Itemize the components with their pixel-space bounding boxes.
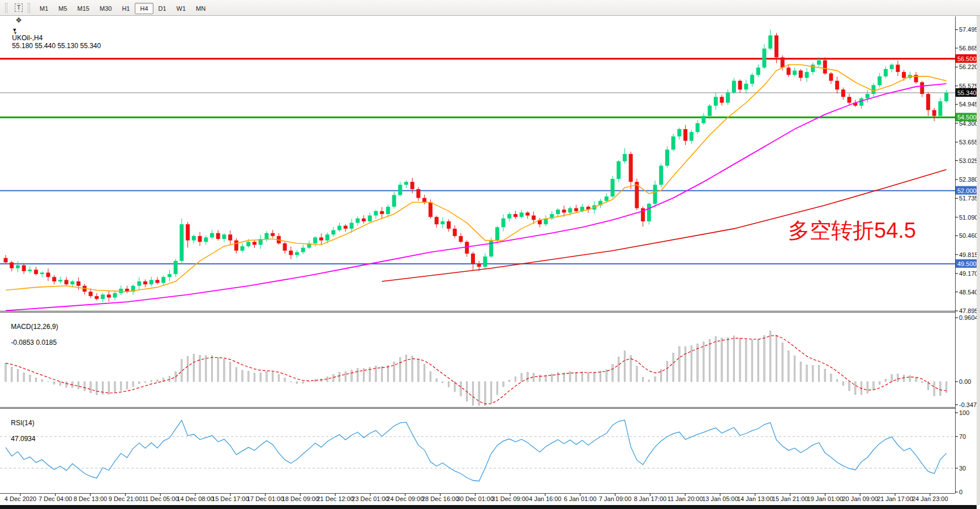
svg-text:55.340: 55.340	[957, 89, 977, 96]
svg-text:23 Dec 01:00: 23 Dec 01:00	[352, 495, 388, 502]
date-axis: 4 Dec 20207 Dec 04:008 Dec 13:009 Dec 21…	[5, 494, 948, 502]
svg-text:56.220: 56.220	[959, 63, 978, 70]
svg-text:57.495: 57.495	[959, 26, 978, 33]
rsi-indicator-label: RSI(14) 47.0934	[3, 411, 36, 451]
svg-text:54.500: 54.500	[957, 114, 977, 121]
trading-terminal-window: ▦FAT❖▾ M1M5M15M30H1H4D1W1MN ▼ UKOil-,H4 …	[0, 0, 980, 509]
rsi-value: 47.0934	[11, 435, 35, 443]
chart-annotation-text: 多空转折54.5	[788, 219, 916, 242]
window-edge	[977, 16, 980, 505]
rsi-name: RSI(14)	[11, 419, 34, 427]
svg-text:70: 70	[959, 433, 966, 440]
svg-text:0.9604: 0.9604	[959, 314, 978, 321]
svg-text:21 Dec 12:00: 21 Dec 12:00	[316, 495, 353, 502]
svg-text:30: 30	[959, 465, 966, 472]
macd-panel: 0.96040.00-0.3473	[5, 314, 980, 408]
svg-text:52.000: 52.000	[957, 187, 977, 194]
svg-text:0: 0	[959, 489, 962, 495]
svg-text:4 Dec 2020: 4 Dec 2020	[5, 495, 36, 502]
svg-text:7 Dec 04:00: 7 Dec 04:00	[38, 495, 72, 502]
text-tool-icon[interactable]: T	[12, 2, 25, 14]
svg-text:19 Jan 01:00: 19 Jan 01:00	[807, 495, 844, 502]
svg-text:49.815: 49.815	[959, 251, 978, 258]
svg-text:17 Dec 01:00: 17 Dec 01:00	[247, 495, 284, 502]
chart-toolbar: ▦FAT❖▾ M1M5M15M30H1H4D1W1MN	[0, 0, 980, 16]
rsi-panel: 10070300	[0, 409, 969, 495]
timeframe-m15[interactable]: M15	[72, 3, 95, 14]
objects-dropdown-icon[interactable]: ▾	[12, 27, 19, 39]
svg-text:15 Dec 17:00: 15 Dec 17:00	[212, 495, 249, 502]
macd-values: -0.0853 0.0185	[11, 339, 57, 347]
timeframe-d1[interactable]: D1	[153, 3, 172, 14]
svg-text:0.00: 0.00	[959, 378, 971, 385]
svg-text:49.170: 49.170	[959, 270, 978, 277]
drawing-tools-group: ▦FAT❖▾	[12, 0, 25, 39]
svg-text:13 Jan 05:00: 13 Jan 05:00	[702, 495, 738, 502]
chart-canvas[interactable]: 多空转折54.557.49556.86556.22055.57554.94554…	[0, 0, 980, 509]
svg-text:20 Jan 09:00: 20 Jan 09:00	[842, 495, 878, 502]
svg-text:8 Dec 13:00: 8 Dec 13:00	[74, 495, 107, 502]
svg-text:31 Dec 09:00: 31 Dec 09:00	[491, 495, 528, 502]
svg-text:51.090: 51.090	[959, 214, 978, 221]
svg-text:24 Jan 23:00: 24 Jan 23:00	[912, 495, 948, 502]
svg-text:53.025: 53.025	[959, 157, 978, 164]
timeframe-h1[interactable]: H1	[117, 3, 135, 14]
svg-text:52.380: 52.380	[959, 176, 978, 183]
svg-text:54.945: 54.945	[959, 101, 978, 108]
svg-text:56.865: 56.865	[959, 45, 978, 52]
svg-text:21 Jan 17:00: 21 Jan 17:00	[877, 495, 913, 502]
timeframe-w1[interactable]: W1	[172, 3, 191, 14]
svg-text:9 Dec 21:00: 9 Dec 21:00	[109, 495, 142, 502]
svg-text:56.500: 56.500	[957, 55, 977, 62]
candles	[4, 29, 949, 302]
macd-indicator-label: MACD(12,26,9) -0.0853 0.0185	[3, 315, 58, 354]
bottom-bar	[0, 505, 977, 509]
toolbar-grip[interactable]	[5, 3, 7, 13]
toolbar-grip-2[interactable]	[28, 3, 30, 13]
ma-fast-line	[6, 65, 947, 292]
svg-text:7 Jan 09:00: 7 Jan 09:00	[599, 495, 632, 502]
timeframes-group: M1M5M15M30H1H4D1W1MN	[35, 3, 211, 13]
svg-text:18 Dec 09:00: 18 Dec 09:00	[282, 495, 319, 502]
svg-text:48.540: 48.540	[959, 289, 978, 296]
objects-tool-icon[interactable]: ❖	[12, 14, 25, 27]
timeframe-m1[interactable]: M1	[35, 3, 53, 14]
svg-text:8 Jan 17:00: 8 Jan 17:00	[634, 495, 667, 502]
timeframe-h4[interactable]: H4	[135, 3, 153, 14]
timeframe-m5[interactable]: M5	[53, 3, 72, 14]
svg-text:4 Jan 16:00: 4 Jan 16:00	[529, 495, 562, 502]
svg-text:51.735: 51.735	[959, 195, 978, 202]
svg-text:53.655: 53.655	[959, 139, 978, 146]
panel-borders	[0, 16, 956, 494]
svg-text:47.895: 47.895	[959, 307, 978, 314]
ohlc-values: 55.180 55.440 55.130 55.340	[12, 42, 101, 50]
svg-text:15 Jan 21:00: 15 Jan 21:00	[772, 495, 808, 502]
svg-text:11 Jan 20:00: 11 Jan 20:00	[667, 495, 703, 502]
svg-text:11 Dec 05:00: 11 Dec 05:00	[142, 495, 179, 502]
svg-text:28 Dec 16:00: 28 Dec 16:00	[422, 495, 459, 502]
svg-text:6 Jan 01:00: 6 Jan 01:00	[564, 495, 597, 502]
svg-text:49.500: 49.500	[957, 260, 977, 267]
timeframe-mn[interactable]: MN	[191, 3, 211, 14]
macd-name: MACD(12,26,9)	[11, 323, 58, 331]
svg-text:50.460: 50.460	[959, 232, 978, 239]
svg-text:100: 100	[959, 409, 969, 416]
timeframe-m30[interactable]: M30	[95, 3, 117, 14]
svg-text:14 Dec 08:00: 14 Dec 08:00	[177, 495, 213, 502]
svg-text:30 Dec 01:00: 30 Dec 01:00	[457, 495, 494, 502]
svg-text:14 Jan 13:00: 14 Jan 13:00	[737, 495, 773, 502]
svg-text:24 Dec 09:00: 24 Dec 09:00	[387, 495, 423, 502]
